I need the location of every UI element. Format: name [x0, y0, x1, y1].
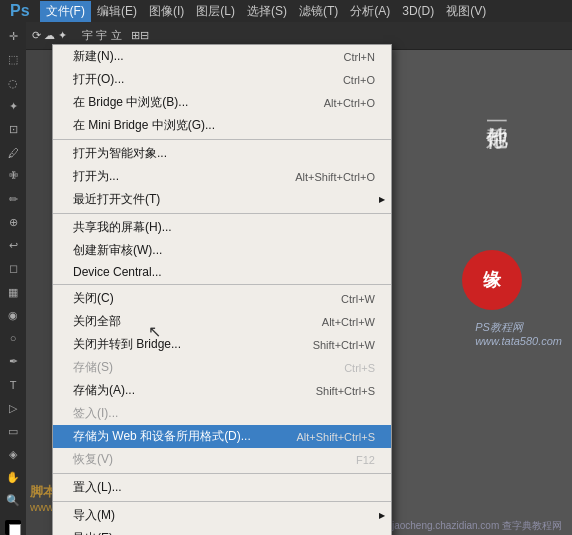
- foreground-color[interactable]: [5, 520, 21, 535]
- menu-filter[interactable]: 滤镜(T): [293, 1, 344, 22]
- menu-open-as[interactable]: 打开为... Alt+Shift+Ctrl+O: [53, 165, 391, 188]
- 3d-tool[interactable]: ◈: [2, 444, 24, 465]
- menu-create-review[interactable]: 创建新审核(W)...: [53, 239, 391, 262]
- menu-share-screen[interactable]: 共享我的屏幕(H)...: [53, 216, 391, 239]
- move-tool[interactable]: ✛: [2, 26, 24, 47]
- menu-save[interactable]: 存储(S) Ctrl+S: [53, 356, 391, 379]
- divider-5: [53, 501, 391, 502]
- canvas-seal: 缘: [462, 250, 522, 310]
- menu-view[interactable]: 视图(V): [440, 1, 492, 22]
- menu-layer[interactable]: 图层(L): [190, 1, 241, 22]
- menu-open[interactable]: 打开(O)... Ctrl+O: [53, 68, 391, 91]
- menu-edit[interactable]: 编辑(E): [91, 1, 143, 22]
- shape-tool[interactable]: ▭: [2, 421, 24, 442]
- file-menu-dropdown: 新建(N)... Ctrl+N 打开(O)... Ctrl+O 在 Bridge…: [52, 44, 392, 535]
- menu-import[interactable]: 导入(M): [53, 504, 391, 527]
- menu-analysis[interactable]: 分析(A): [344, 1, 396, 22]
- magic-wand-tool[interactable]: ✦: [2, 96, 24, 117]
- menu-mini-bridge[interactable]: 在 Mini Bridge 中浏览(G)...: [53, 114, 391, 137]
- crop-tool[interactable]: ⊡: [2, 119, 24, 140]
- menu-close[interactable]: 关闭(C) Ctrl+W: [53, 287, 391, 310]
- marquee-tool[interactable]: ⬚: [2, 49, 24, 70]
- canvas-area: 他她一帮你 缘 PS教程网 www.tata580.com: [366, 50, 572, 535]
- main-area: ⟳ ☁ ✦ 宇 宇 立 ⊞⊟ 新建(N)... Ctrl+N 打开(O)... …: [26, 22, 572, 535]
- brush-tool[interactable]: ✏: [2, 189, 24, 210]
- divider-1: [53, 139, 391, 140]
- menu-bridge[interactable]: 在 Bridge 中浏览(B)... Alt+Ctrl+O: [53, 91, 391, 114]
- menu-revert[interactable]: 恢复(V) F12: [53, 448, 391, 471]
- eyedropper-tool[interactable]: 🖊: [2, 142, 24, 163]
- bottom-watermark: jaocheng.chazidian.com 查字典教程网: [392, 519, 562, 533]
- menu-3d[interactable]: 3D(D): [396, 2, 440, 20]
- menu-select[interactable]: 选择(S): [241, 1, 293, 22]
- pen-tool[interactable]: ✒: [2, 351, 24, 372]
- menu-place[interactable]: 置入(L)...: [53, 476, 391, 499]
- gradient-tool[interactable]: ▦: [2, 281, 24, 302]
- menu-image[interactable]: 图像(I): [143, 1, 190, 22]
- ps-logo: Ps: [4, 2, 36, 20]
- divider-2: [53, 213, 391, 214]
- menu-checkin[interactable]: 签入(I)...: [53, 402, 391, 425]
- blur-tool[interactable]: ◉: [2, 305, 24, 326]
- menu-close-bridge[interactable]: 关闭并转到 Bridge... Shift+Ctrl+W: [53, 333, 391, 356]
- menu-export[interactable]: 导出(E): [53, 527, 391, 535]
- text-tool[interactable]: T: [2, 374, 24, 395]
- zoom-tool[interactable]: 🔍: [2, 490, 24, 511]
- hand-tool[interactable]: ✋: [2, 467, 24, 488]
- divider-4: [53, 473, 391, 474]
- clone-tool[interactable]: ⊕: [2, 212, 24, 233]
- menu-recent[interactable]: 最近打开文件(T): [53, 188, 391, 211]
- history-brush-tool[interactable]: ↩: [2, 235, 24, 256]
- lasso-tool[interactable]: ◌: [2, 72, 24, 93]
- path-selection-tool[interactable]: ▷: [2, 398, 24, 419]
- canvas-watermark1: PS教程网 www.tata580.com: [475, 320, 562, 347]
- menu-new[interactable]: 新建(N)... Ctrl+N: [53, 45, 391, 68]
- dodge-tool[interactable]: ○: [2, 328, 24, 349]
- menu-file[interactable]: 文件(F): [40, 1, 91, 22]
- divider-3: [53, 284, 391, 285]
- menu-bar: Ps 文件(F) 编辑(E) 图像(I) 图层(L) 选择(S) 滤镜(T) 分…: [0, 0, 572, 22]
- eraser-tool[interactable]: ◻: [2, 258, 24, 279]
- menu-save-web[interactable]: 存储为 Web 和设备所用格式(D)... Alt+Shift+Ctrl+S: [53, 425, 391, 448]
- menu-close-all[interactable]: 关闭全部 Alt+Ctrl+W: [53, 310, 391, 333]
- left-toolbar: ✛ ⬚ ◌ ✦ ⊡ 🖊 ✙ ✏ ⊕ ↩ ◻ ▦ ◉ ○ ✒ T ▷ ▭ ◈ ✋ …: [0, 22, 26, 535]
- menu-open-smart[interactable]: 打开为智能对象...: [53, 142, 391, 165]
- healing-tool[interactable]: ✙: [2, 165, 24, 186]
- menu-save-as[interactable]: 存储为(A)... Shift+Ctrl+S: [53, 379, 391, 402]
- options-content: ⟳ ☁ ✦ 宇 宇 立 ⊞⊟: [32, 28, 149, 43]
- menu-device-central[interactable]: Device Central...: [53, 262, 391, 282]
